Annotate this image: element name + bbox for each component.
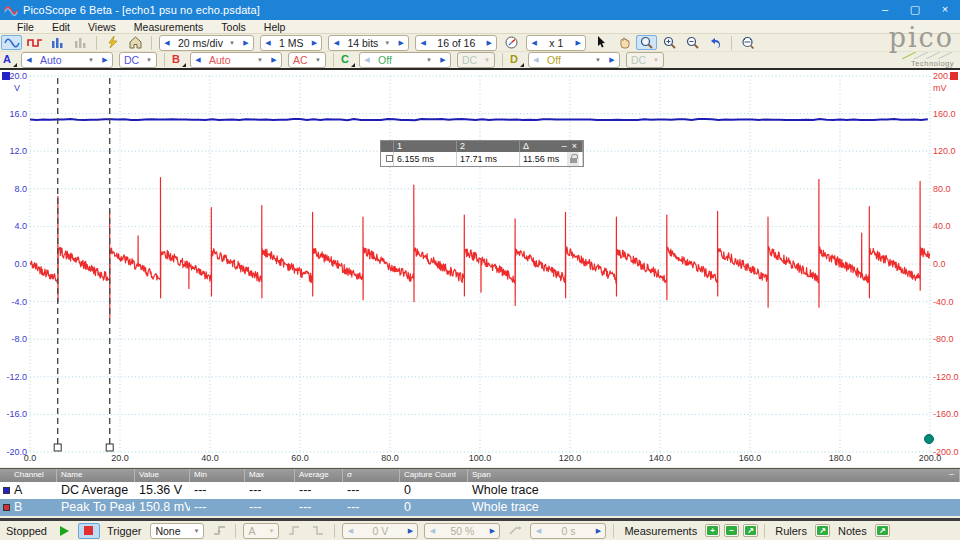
svg-text:-80.0: -80.0 <box>933 334 954 344</box>
channel-c-range-up-button[interactable]: ▶ <box>436 53 450 67</box>
channel-b-range-up-button[interactable]: ▶ <box>267 53 281 67</box>
buffer-previous-button[interactable]: ◀ <box>416 36 430 50</box>
channel-c-range-select[interactable]: Off▼ <box>374 54 436 66</box>
advanced-trigger-button[interactable] <box>208 523 230 539</box>
channel-b-coupling-select[interactable]: AC▼ <box>289 54 325 66</box>
channel-d-range-select[interactable]: Off▼ <box>543 54 605 66</box>
trigger-delay-input[interactable]: 0 s <box>545 525 591 537</box>
ruler-checkbox[interactable] <box>386 155 393 162</box>
notes-button[interactable]: ↗ <box>875 524 890 537</box>
channel-a-options-button[interactable]: A <box>3 53 16 67</box>
trigger-level-up-button[interactable]: ▶ <box>403 524 417 538</box>
menu-edit[interactable]: Edit <box>43 21 79 33</box>
trigger-delay-up-button[interactable]: ▶ <box>591 524 605 538</box>
samples-input[interactable]: 1 MS <box>275 37 308 49</box>
normal-cursor-tool-button[interactable] <box>590 35 611 50</box>
ruler-close-button[interactable]: × <box>572 141 577 152</box>
channel-c-coupling-select[interactable]: DC▼ <box>458 54 494 66</box>
cell-min: --- <box>190 499 245 516</box>
falling-edge-trigger-button[interactable] <box>307 523 329 539</box>
timebase-increase-button[interactable]: ▶ <box>239 36 253 50</box>
trigger-source-select[interactable]: A▼ <box>244 525 278 537</box>
ruler-delta-header: Δ <box>523 141 529 152</box>
channel-d-range-up-button[interactable]: ▶ <box>605 53 619 67</box>
rulers-button[interactable]: ↗ <box>815 524 830 537</box>
trigger-level-input[interactable]: 0 V <box>357 525 403 537</box>
hand-tool-button[interactable] <box>613 35 634 50</box>
rising-edge-trigger-button[interactable] <box>283 523 305 539</box>
channel-b-range-select[interactable]: Auto▼ <box>205 54 267 66</box>
edit-measurement-button[interactable]: ↗ <box>743 524 758 537</box>
trigger-mode-select[interactable]: None▼ <box>151 525 203 537</box>
col-max: Max <box>245 469 295 482</box>
minimize-button[interactable]: – <box>870 0 900 20</box>
persistence-view-button[interactable] <box>70 35 91 50</box>
measurement-row-selected[interactable]: B Peak To Peak 150.8 mV --- --- --- --- … <box>0 499 960 516</box>
remove-measurement-button[interactable]: − <box>724 524 739 537</box>
restore-button[interactable]: ▢ <box>900 0 930 20</box>
channel-b-axis-marker[interactable] <box>950 72 958 80</box>
menu-tools[interactable]: Tools <box>212 21 255 33</box>
pre-trigger-down-button[interactable]: ◀ <box>425 524 439 538</box>
channel-d-coupling-select[interactable]: DC▼ <box>627 54 663 66</box>
waveform-plot[interactable]: 20.016.012.08.04.00.0-4.0-8.0-12.0-16.0-… <box>0 70 960 469</box>
spectrum-view-button[interactable] <box>47 35 68 50</box>
channel-b-range-down-button[interactable]: ◀ <box>191 53 205 67</box>
buffer-next-button[interactable]: ▶ <box>482 36 496 50</box>
ruler-minimize-button[interactable]: – <box>562 141 567 152</box>
undo-zoom-button[interactable] <box>705 35 726 50</box>
channel-c-options-button[interactable]: C <box>341 53 354 67</box>
resolution-select[interactable]: 14 bits▼ <box>343 37 394 49</box>
resolution-decrease-button[interactable]: ◀ <box>329 36 343 50</box>
lock-icon[interactable] <box>570 158 577 163</box>
auto-setup-button[interactable] <box>102 35 123 50</box>
pre-trigger-input[interactable]: 50 % <box>439 525 485 537</box>
pre-trigger-up-button[interactable]: ▶ <box>485 524 499 538</box>
channel-c-coupling-group: DC▼ <box>457 52 495 68</box>
timebase-decrease-button[interactable]: ◀ <box>160 36 174 50</box>
samples-increase-button[interactable]: ▶ <box>307 36 321 50</box>
home-button[interactable] <box>125 35 146 50</box>
channel-d-range-down-button[interactable]: ◀ <box>529 53 543 67</box>
buffer-overview-button[interactable] <box>501 35 522 50</box>
measurements-minimize-button[interactable]: – <box>949 469 954 479</box>
trigger-marker[interactable] <box>925 435 934 444</box>
channel-b-options-button[interactable]: B <box>172 53 185 67</box>
zoom-full-button[interactable] <box>737 35 758 50</box>
channel-b-coupling-group: AC▼ <box>288 52 326 68</box>
channel-a-range-down-button[interactable]: ◀ <box>22 53 36 67</box>
zoom-out-button[interactable] <box>682 35 703 50</box>
menu-file[interactable]: File <box>8 21 43 33</box>
channel-c-range-down-button[interactable]: ◀ <box>360 53 374 67</box>
samples-decrease-button[interactable]: ◀ <box>261 36 275 50</box>
trigger-view-button[interactable] <box>24 35 45 50</box>
scope-view-button[interactable] <box>1 35 22 50</box>
scope-display[interactable]: 20.016.012.08.04.00.0-4.0-8.0-12.0-16.0-… <box>0 68 960 467</box>
menu-help[interactable]: Help <box>255 21 295 33</box>
menu-measurements[interactable]: Measurements <box>125 21 212 33</box>
trigger-delay-toggle-button[interactable] <box>504 523 526 539</box>
add-measurement-button[interactable]: + <box>705 524 720 537</box>
menu-views[interactable]: Views <box>79 21 125 33</box>
channel-a-coupling-select[interactable]: DC▼ <box>120 54 156 66</box>
stop-capture-button[interactable] <box>78 523 100 539</box>
zoom-increase-button[interactable]: ▶ <box>571 36 585 50</box>
resolution-increase-button[interactable]: ▶ <box>394 36 408 50</box>
trigger-level-down-button[interactable]: ◀ <box>343 524 357 538</box>
close-button[interactable]: × <box>930 0 960 20</box>
channel-a-range-select[interactable]: Auto▼ <box>36 54 98 66</box>
channel-d-options-button[interactable]: D <box>510 53 523 67</box>
time-ruler-handle[interactable] <box>106 444 113 451</box>
zoom-decrease-button[interactable]: ◀ <box>527 36 541 50</box>
measurement-row[interactable]: A DC Average 15.36 V --- --- --- --- 0 W… <box>0 482 960 499</box>
timebase-select[interactable]: 20 ms/div▼ <box>174 37 239 49</box>
channel-a-range-up-button[interactable]: ▶ <box>98 53 112 67</box>
channel-a-axis-marker[interactable] <box>2 72 10 80</box>
zoom-in-button[interactable] <box>659 35 680 50</box>
time-ruler-readout[interactable]: 1 2 Δ – × 6.155 ms 17.71 ms 11.56 ms <box>380 140 584 167</box>
svg-text:4.0: 4.0 <box>14 221 27 231</box>
start-capture-button[interactable] <box>54 523 76 539</box>
zoom-tool-button[interactable] <box>636 35 657 50</box>
trigger-delay-down-button[interactable]: ◀ <box>531 524 545 538</box>
time-ruler-handle[interactable] <box>54 444 61 451</box>
